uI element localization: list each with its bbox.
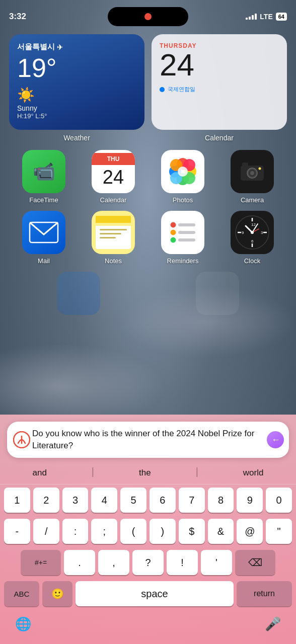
key-dash[interactable]: -	[4, 519, 30, 544]
reminders-icon	[161, 211, 204, 254]
notes-label: Notes	[105, 257, 122, 265]
camera-label: Camera	[241, 196, 264, 204]
svg-rect-22	[178, 238, 195, 242]
app-notes[interactable]: Notes	[83, 211, 143, 265]
app-photos[interactable]: Photos	[153, 150, 213, 204]
calendar-app-label: Calendar	[100, 196, 127, 204]
svg-rect-18	[178, 223, 195, 226]
photos-label: Photos	[173, 196, 193, 204]
photos-icon	[161, 150, 204, 193]
app-mail[interactable]: Mail	[14, 211, 74, 265]
app-facetime[interactable]: 📹 FaceTime	[14, 150, 74, 204]
key-exclaim[interactable]: !	[167, 550, 198, 575]
weather-city: 서울특별시 ✈	[17, 42, 136, 52]
app-partial-2	[187, 272, 248, 315]
battery-indicator: 64	[276, 13, 287, 21]
key-apostrophe[interactable]: '	[201, 550, 232, 575]
svg-text:6: 6	[251, 239, 254, 244]
key-quote[interactable]: "	[266, 519, 292, 544]
weather-desc: Sunny	[17, 104, 136, 112]
svg-text:9: 9	[242, 230, 244, 235]
key-space[interactable]: space	[76, 581, 234, 606]
svg-point-14	[259, 168, 261, 170]
weather-hl: H:19° L:5°	[17, 112, 136, 120]
svg-text:12: 12	[251, 222, 256, 227]
key-open-paren[interactable]: (	[120, 519, 146, 544]
cal-event-text: 국제연합일	[168, 86, 195, 93]
key-dollar[interactable]: $	[179, 519, 205, 544]
status-bar: 3:32 LTE 64	[0, 0, 296, 27]
perplexity-icon	[13, 431, 30, 448]
calendar-widget[interactable]: THURSDAY 24 국제연합일	[152, 34, 287, 130]
key-semicolon[interactable]: ;	[91, 519, 117, 544]
app-calendar[interactable]: THU 24 Calendar	[83, 150, 143, 204]
chat-input-container: Do you know who is the winner of the 202…	[7, 422, 289, 458]
key-4[interactable]: 4	[91, 488, 117, 513]
key-2[interactable]: 2	[33, 488, 59, 513]
key-return[interactable]: return	[237, 581, 292, 606]
key-ampersand[interactable]: &	[208, 519, 234, 544]
dynamic-island	[108, 7, 188, 26]
mic-icon[interactable]: 🎤	[265, 616, 281, 632]
app-reminders[interactable]: Reminders	[153, 211, 213, 265]
key-colon[interactable]: :	[62, 519, 89, 544]
svg-point-17	[171, 222, 176, 227]
weather-label: Weather	[9, 134, 144, 142]
weather-widget[interactable]: 서울특별시 ✈ 19° ☀️ Sunny H:19° L:5°	[9, 34, 144, 130]
key-slash[interactable]: /	[33, 519, 59, 544]
key-comma[interactable]: ,	[98, 550, 129, 575]
key-hash-toggle[interactable]: #+=	[21, 550, 61, 575]
key-question[interactable]: ?	[132, 550, 164, 575]
lte-label: LTE	[260, 13, 272, 21]
facetime-icon: 📹	[22, 150, 65, 193]
key-close-paren[interactable]: )	[150, 519, 176, 544]
app-camera[interactable]: Camera	[222, 150, 282, 204]
key-7[interactable]: 7	[179, 488, 205, 513]
svg-rect-13	[242, 163, 248, 167]
svg-point-12	[250, 171, 254, 175]
calendar-label: Calendar	[152, 134, 287, 142]
key-at[interactable]: @	[237, 519, 263, 544]
widgets-area: 서울특별시 ✈ 19° ☀️ Sunny H:19° L:5° THURSDAY…	[9, 34, 287, 142]
cal-event: 국제연합일	[160, 86, 279, 93]
key-6[interactable]: 6	[150, 488, 176, 513]
app-clock[interactable]: 12 3 6 9 Clock	[222, 211, 282, 265]
camera-icon	[231, 150, 274, 193]
svg-point-8	[178, 167, 188, 177]
status-time: 3:32	[9, 12, 26, 22]
clock-icon: 12 3 6 9	[231, 211, 274, 254]
cal-date: 24	[160, 49, 279, 80]
key-1[interactable]: 1	[4, 488, 30, 513]
send-button[interactable]: ↑	[267, 431, 284, 448]
signal-bars	[246, 14, 257, 20]
calendar-icon: THU 24	[92, 150, 135, 193]
app-row-1: 📹 FaceTime THU 24 Calendar	[9, 150, 287, 204]
keyboard-overlay: Do you know who is the winner of the 202…	[0, 415, 296, 644]
symbol-row-1: - / : ; ( ) $ & @ "	[0, 516, 296, 547]
key-8[interactable]: 8	[208, 488, 234, 513]
key-abc[interactable]: ABC	[4, 581, 39, 606]
key-5[interactable]: 5	[120, 488, 146, 513]
weather-temp: 19°	[17, 54, 136, 83]
key-backspace[interactable]: ⌫	[235, 550, 275, 575]
mail-label: Mail	[38, 257, 50, 265]
chat-input-text[interactable]: Do you know who is the winner of the 202…	[32, 428, 264, 452]
key-0[interactable]: 0	[266, 488, 292, 513]
autocomplete-and[interactable]: and	[22, 466, 56, 480]
key-3[interactable]: 3	[62, 488, 89, 513]
weather-icon: ☀️	[17, 87, 136, 103]
key-9[interactable]: 9	[237, 488, 263, 513]
autocomplete-world[interactable]: world	[233, 466, 274, 480]
svg-text:3: 3	[261, 230, 263, 235]
key-period[interactable]: .	[64, 550, 95, 575]
app-grid: 📹 FaceTime THU 24 Calendar	[9, 150, 287, 319]
app-partial-1	[48, 272, 109, 315]
key-emoji[interactable]: 🙂	[42, 581, 72, 606]
number-row: 1 2 3 4 5 6 7 8 9 0	[0, 485, 296, 516]
autocomplete-row: and | the | world	[0, 462, 296, 485]
reminders-label: Reminders	[167, 257, 199, 265]
autocomplete-the[interactable]: the	[129, 466, 161, 480]
globe-icon[interactable]: 🌐	[15, 616, 31, 632]
mail-icon	[22, 211, 65, 254]
symbol-row-2: #+= . , ? ! ' ⌫	[0, 547, 296, 578]
